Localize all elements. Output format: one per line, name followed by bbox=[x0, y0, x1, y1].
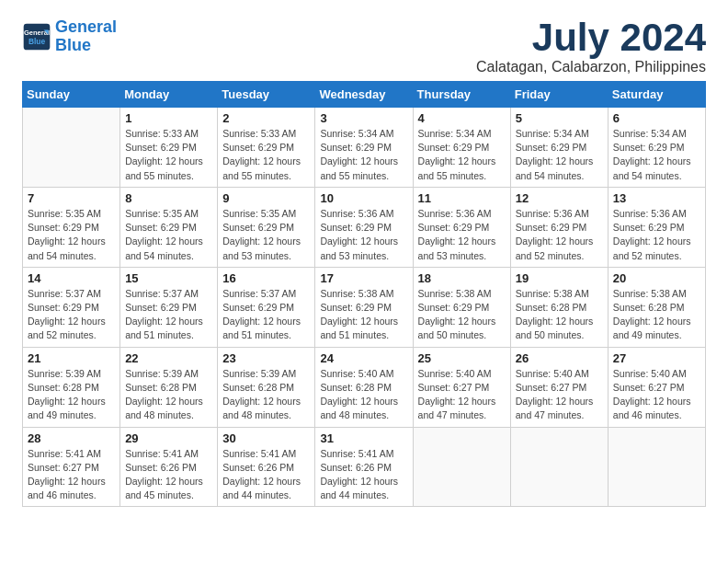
calendar-cell: 13Sunrise: 5:36 AM Sunset: 6:29 PM Dayli… bbox=[608, 187, 705, 267]
calendar-cell: 22Sunrise: 5:39 AM Sunset: 6:28 PM Dayli… bbox=[120, 347, 218, 427]
header-day-saturday: Saturday bbox=[608, 82, 705, 108]
day-info: Sunrise: 5:41 AM Sunset: 6:26 PM Dayligh… bbox=[222, 447, 310, 503]
day-info: Sunrise: 5:41 AM Sunset: 6:27 PM Dayligh… bbox=[28, 447, 115, 503]
calendar-cell: 24Sunrise: 5:40 AM Sunset: 6:28 PM Dayli… bbox=[315, 347, 413, 427]
day-number: 24 bbox=[320, 351, 407, 365]
header-day-thursday: Thursday bbox=[413, 82, 510, 108]
week-row-3: 14Sunrise: 5:37 AM Sunset: 6:29 PM Dayli… bbox=[23, 267, 706, 347]
calendar-table: SundayMondayTuesdayWednesdayThursdayFrid… bbox=[22, 81, 706, 507]
day-number: 7 bbox=[28, 191, 115, 205]
day-info: Sunrise: 5:34 AM Sunset: 6:29 PM Dayligh… bbox=[516, 127, 603, 183]
calendar-cell: 30Sunrise: 5:41 AM Sunset: 6:26 PM Dayli… bbox=[218, 427, 315, 507]
calendar-cell: 6Sunrise: 5:34 AM Sunset: 6:29 PM Daylig… bbox=[608, 108, 705, 188]
calendar-cell bbox=[510, 427, 608, 507]
day-info: Sunrise: 5:34 AM Sunset: 6:29 PM Dayligh… bbox=[320, 127, 407, 183]
day-info: Sunrise: 5:39 AM Sunset: 6:28 PM Dayligh… bbox=[28, 367, 115, 423]
day-number: 31 bbox=[320, 431, 407, 445]
day-info: Sunrise: 5:37 AM Sunset: 6:29 PM Dayligh… bbox=[222, 287, 310, 343]
day-info: Sunrise: 5:38 AM Sunset: 6:28 PM Dayligh… bbox=[613, 287, 700, 343]
day-number: 2 bbox=[222, 111, 310, 125]
day-number: 3 bbox=[320, 111, 407, 125]
day-info: Sunrise: 5:38 AM Sunset: 6:28 PM Dayligh… bbox=[516, 287, 603, 343]
day-info: Sunrise: 5:33 AM Sunset: 6:29 PM Dayligh… bbox=[222, 127, 310, 183]
day-number: 16 bbox=[222, 271, 310, 285]
day-number: 21 bbox=[28, 351, 115, 365]
week-row-5: 28Sunrise: 5:41 AM Sunset: 6:27 PM Dayli… bbox=[23, 427, 706, 507]
day-info: Sunrise: 5:36 AM Sunset: 6:29 PM Dayligh… bbox=[516, 207, 603, 263]
day-info: Sunrise: 5:37 AM Sunset: 6:29 PM Dayligh… bbox=[28, 287, 115, 343]
day-number: 9 bbox=[222, 191, 310, 205]
day-number: 15 bbox=[125, 271, 212, 285]
day-number: 30 bbox=[222, 431, 310, 445]
day-number: 28 bbox=[28, 431, 115, 445]
day-info: Sunrise: 5:36 AM Sunset: 6:29 PM Dayligh… bbox=[613, 207, 700, 263]
day-number: 20 bbox=[613, 271, 700, 285]
calendar-cell: 3Sunrise: 5:34 AM Sunset: 6:29 PM Daylig… bbox=[315, 108, 413, 188]
logo-icon: General Blue bbox=[22, 22, 51, 52]
day-number: 18 bbox=[418, 271, 506, 285]
calendar-cell: 9Sunrise: 5:35 AM Sunset: 6:29 PM Daylig… bbox=[218, 187, 315, 267]
day-info: Sunrise: 5:36 AM Sunset: 6:29 PM Dayligh… bbox=[418, 207, 506, 263]
day-number: 4 bbox=[418, 111, 506, 125]
week-row-4: 21Sunrise: 5:39 AM Sunset: 6:28 PM Dayli… bbox=[23, 347, 706, 427]
day-info: Sunrise: 5:40 AM Sunset: 6:28 PM Dayligh… bbox=[320, 367, 407, 423]
day-number: 11 bbox=[418, 191, 506, 205]
calendar-cell: 19Sunrise: 5:38 AM Sunset: 6:28 PM Dayli… bbox=[510, 267, 608, 347]
day-number: 26 bbox=[516, 351, 603, 365]
calendar-cell: 17Sunrise: 5:38 AM Sunset: 6:29 PM Dayli… bbox=[315, 267, 413, 347]
week-row-1: 1Sunrise: 5:33 AM Sunset: 6:29 PM Daylig… bbox=[23, 108, 706, 188]
day-number: 29 bbox=[125, 431, 212, 445]
day-info: Sunrise: 5:39 AM Sunset: 6:28 PM Dayligh… bbox=[222, 367, 310, 423]
logo-text: General Blue bbox=[55, 18, 117, 55]
day-info: Sunrise: 5:41 AM Sunset: 6:26 PM Dayligh… bbox=[125, 447, 212, 503]
calendar-cell: 15Sunrise: 5:37 AM Sunset: 6:29 PM Dayli… bbox=[120, 267, 218, 347]
day-info: Sunrise: 5:34 AM Sunset: 6:29 PM Dayligh… bbox=[418, 127, 506, 183]
calendar-cell: 7Sunrise: 5:35 AM Sunset: 6:29 PM Daylig… bbox=[23, 187, 120, 267]
calendar-cell: 23Sunrise: 5:39 AM Sunset: 6:28 PM Dayli… bbox=[218, 347, 315, 427]
calendar-cell: 28Sunrise: 5:41 AM Sunset: 6:27 PM Dayli… bbox=[23, 427, 120, 507]
location-title: Calatagan, Calabarzon, Philippines bbox=[476, 59, 706, 75]
calendar-cell bbox=[608, 427, 705, 507]
calendar-cell: 29Sunrise: 5:41 AM Sunset: 6:26 PM Dayli… bbox=[120, 427, 218, 507]
header: General Blue General Blue July 2024 Cala… bbox=[22, 18, 706, 75]
header-day-monday: Monday bbox=[120, 82, 218, 108]
logo: General Blue General Blue bbox=[22, 18, 117, 55]
day-info: Sunrise: 5:35 AM Sunset: 6:29 PM Dayligh… bbox=[28, 207, 115, 263]
calendar-cell: 12Sunrise: 5:36 AM Sunset: 6:29 PM Dayli… bbox=[510, 187, 608, 267]
calendar-cell: 27Sunrise: 5:40 AM Sunset: 6:27 PM Dayli… bbox=[608, 347, 705, 427]
day-number: 19 bbox=[516, 271, 603, 285]
day-info: Sunrise: 5:40 AM Sunset: 6:27 PM Dayligh… bbox=[418, 367, 506, 423]
day-info: Sunrise: 5:41 AM Sunset: 6:26 PM Dayligh… bbox=[320, 447, 407, 503]
calendar-cell: 20Sunrise: 5:38 AM Sunset: 6:28 PM Dayli… bbox=[608, 267, 705, 347]
day-number: 22 bbox=[125, 351, 212, 365]
day-info: Sunrise: 5:38 AM Sunset: 6:29 PM Dayligh… bbox=[320, 287, 407, 343]
calendar-cell: 10Sunrise: 5:36 AM Sunset: 6:29 PM Dayli… bbox=[315, 187, 413, 267]
calendar-cell: 14Sunrise: 5:37 AM Sunset: 6:29 PM Dayli… bbox=[23, 267, 120, 347]
day-info: Sunrise: 5:35 AM Sunset: 6:29 PM Dayligh… bbox=[222, 207, 310, 263]
day-number: 23 bbox=[222, 351, 310, 365]
header-row: SundayMondayTuesdayWednesdayThursdayFrid… bbox=[23, 82, 706, 108]
calendar-cell: 4Sunrise: 5:34 AM Sunset: 6:29 PM Daylig… bbox=[413, 108, 510, 188]
day-number: 13 bbox=[613, 191, 700, 205]
day-info: Sunrise: 5:39 AM Sunset: 6:28 PM Dayligh… bbox=[125, 367, 212, 423]
day-number: 12 bbox=[516, 191, 603, 205]
header-day-wednesday: Wednesday bbox=[315, 82, 413, 108]
day-info: Sunrise: 5:38 AM Sunset: 6:29 PM Dayligh… bbox=[418, 287, 506, 343]
day-info: Sunrise: 5:33 AM Sunset: 6:29 PM Dayligh… bbox=[125, 127, 212, 183]
day-number: 27 bbox=[613, 351, 700, 365]
calendar-cell: 31Sunrise: 5:41 AM Sunset: 6:26 PM Dayli… bbox=[315, 427, 413, 507]
day-number: 5 bbox=[516, 111, 603, 125]
title-area: July 2024 Calatagan, Calabarzon, Philipp… bbox=[476, 18, 706, 75]
calendar-cell: 8Sunrise: 5:35 AM Sunset: 6:29 PM Daylig… bbox=[120, 187, 218, 267]
day-info: Sunrise: 5:40 AM Sunset: 6:27 PM Dayligh… bbox=[516, 367, 603, 423]
calendar-cell: 26Sunrise: 5:40 AM Sunset: 6:27 PM Dayli… bbox=[510, 347, 608, 427]
header-day-tuesday: Tuesday bbox=[218, 82, 315, 108]
day-number: 14 bbox=[28, 271, 115, 285]
day-number: 1 bbox=[125, 111, 212, 125]
day-info: Sunrise: 5:36 AM Sunset: 6:29 PM Dayligh… bbox=[320, 207, 407, 263]
calendar-cell bbox=[413, 427, 510, 507]
day-info: Sunrise: 5:37 AM Sunset: 6:29 PM Dayligh… bbox=[125, 287, 212, 343]
month-title: July 2024 bbox=[476, 18, 706, 57]
calendar-cell: 18Sunrise: 5:38 AM Sunset: 6:29 PM Dayli… bbox=[413, 267, 510, 347]
calendar-cell: 25Sunrise: 5:40 AM Sunset: 6:27 PM Dayli… bbox=[413, 347, 510, 427]
